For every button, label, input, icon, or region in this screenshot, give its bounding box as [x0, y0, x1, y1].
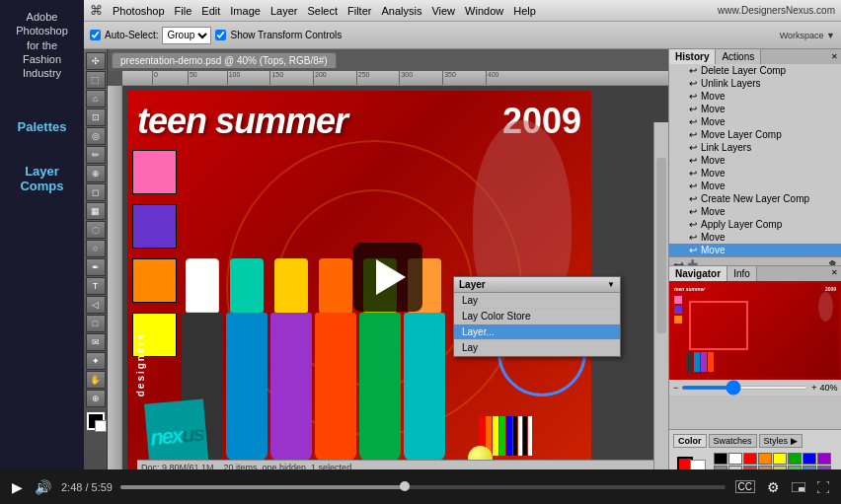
- zoom-in-icon[interactable]: +: [811, 383, 816, 393]
- menu-layer[interactable]: Layer: [270, 5, 298, 17]
- history-item-3[interactable]: ↩Move: [669, 103, 841, 115]
- history-item-11[interactable]: ↩Move: [669, 205, 841, 218]
- menu-select[interactable]: Select: [307, 5, 338, 17]
- history-item-6[interactable]: ↩Link Layers: [669, 141, 841, 154]
- swatch-orange2[interactable]: [758, 453, 772, 465]
- group-select[interactable]: Group: [162, 27, 211, 44]
- tab-info[interactable]: Info: [727, 266, 757, 281]
- tool-pen[interactable]: ✒: [86, 258, 106, 276]
- tool-eraser[interactable]: ◻: [86, 183, 106, 201]
- menu-analysis[interactable]: Analysis: [381, 5, 421, 17]
- video-controls-bar: ▶ 🔊 2:48 / 5:59 CC ⚙: [0, 469, 841, 504]
- apple-menu[interactable]: ⌘: [90, 3, 103, 18]
- tool-move[interactable]: ✣: [86, 52, 106, 70]
- ruler-vertical: [108, 86, 122, 489]
- play-pause-button[interactable]: ▶: [10, 479, 25, 495]
- tool-lasso[interactable]: ⌂: [86, 90, 106, 108]
- history-list: ↩Delete Layer Comp ↩Unlink Layers ↩Move …: [669, 64, 841, 256]
- history-item-7[interactable]: ↩Move: [669, 154, 841, 167]
- swatch-yellow2[interactable]: [773, 453, 787, 465]
- menu-help[interactable]: Help: [513, 5, 536, 17]
- navigator-thumbnail: teen summer 2009: [669, 281, 841, 380]
- fullscreen-button[interactable]: [815, 481, 831, 493]
- auto-select-checkbox[interactable]: [90, 30, 101, 40]
- history-item-2[interactable]: ↩Move: [669, 90, 841, 103]
- cc-button[interactable]: CC: [733, 480, 757, 493]
- swatch-black[interactable]: [714, 453, 727, 465]
- zoom-out-icon[interactable]: −: [673, 383, 678, 393]
- document-tab[interactable]: presentation-demo.psd @ 40% (Tops, RGB/8…: [112, 52, 337, 68]
- transform-label: Show Transform Controls: [230, 30, 342, 40]
- tool-path-select[interactable]: ◁: [86, 296, 106, 314]
- history-item-14[interactable]: ↩Move: [669, 244, 841, 256]
- tool-select[interactable]: ⬚: [86, 71, 106, 89]
- history-item-1[interactable]: ↩Unlink Layers: [669, 77, 841, 90]
- color-panel-tabs: Color Swatches Styles ▶: [673, 434, 837, 448]
- foreground-color[interactable]: [87, 412, 105, 430]
- tool-shape[interactable]: □: [86, 315, 106, 332]
- history-panel-close[interactable]: ✕: [831, 52, 838, 61]
- popup-item-1[interactable]: Lay Color Store: [454, 309, 620, 324]
- volume-button[interactable]: 🔊: [33, 479, 53, 495]
- history-item-0[interactable]: ↩Delete Layer Comp: [669, 64, 841, 77]
- tool-zoom[interactable]: ⊕: [86, 390, 106, 407]
- menu-photoshop[interactable]: Photoshop: [113, 5, 165, 17]
- tool-spot-heal[interactable]: ◎: [86, 127, 106, 145]
- tool-crop[interactable]: ⊡: [86, 108, 106, 126]
- history-item-5[interactable]: ↩Move Layer Comp: [669, 128, 841, 141]
- tool-type[interactable]: T: [86, 277, 106, 295]
- popup-item-2[interactable]: Layer...: [454, 324, 620, 340]
- vertical-scrollbar[interactable]: [653, 122, 668, 474]
- tool-eyedropper[interactable]: ✦: [86, 352, 106, 370]
- transform-checkbox[interactable]: [215, 30, 226, 40]
- tab-styles[interactable]: Styles ▶: [759, 434, 803, 448]
- pip-button[interactable]: [790, 482, 807, 492]
- progress-bar[interactable]: [120, 485, 726, 489]
- tab-navigator[interactable]: Navigator: [669, 266, 727, 281]
- history-delete-btn[interactable]: 🗑: [828, 259, 837, 266]
- workspace-selector[interactable]: Workspace ▼: [780, 31, 835, 40]
- sidebar-layer-comps[interactable]: Layer Comps: [5, 164, 79, 193]
- history-snapshot-btn[interactable]: 📷: [673, 259, 684, 266]
- navigator-panel: Navigator Info ✕ teen summer 2009: [669, 266, 841, 429]
- tool-dodge[interactable]: ○: [86, 240, 106, 257]
- tool-note[interactable]: ✉: [86, 333, 106, 351]
- history-item-9[interactable]: ↩Move: [669, 180, 841, 192]
- swatch-red[interactable]: [743, 453, 757, 465]
- swatch-white[interactable]: [728, 453, 742, 465]
- history-item-8[interactable]: ↩Move: [669, 167, 841, 180]
- menu-image[interactable]: Image: [230, 5, 261, 17]
- menu-filter[interactable]: Filter: [347, 5, 371, 17]
- tool-hand[interactable]: ✋: [86, 371, 106, 389]
- settings-button[interactable]: ⚙: [765, 479, 782, 495]
- tab-history[interactable]: History: [669, 49, 716, 64]
- video-play-button[interactable]: [353, 243, 422, 312]
- history-item-13[interactable]: ↩Move: [669, 231, 841, 244]
- menu-window[interactable]: Window: [465, 5, 503, 17]
- swatch-green[interactable]: [788, 453, 802, 465]
- swatch-violet[interactable]: [817, 453, 831, 465]
- tab-actions[interactable]: Actions: [716, 49, 761, 64]
- tool-brush[interactable]: ✏: [86, 146, 106, 164]
- zoom-slider[interactable]: [681, 386, 808, 390]
- tool-clone[interactable]: ⊕: [86, 165, 106, 182]
- tab-swatches[interactable]: Swatches: [709, 434, 757, 448]
- sidebar-palettes[interactable]: Palettes: [18, 119, 67, 134]
- menu-file[interactable]: File: [175, 5, 192, 17]
- history-new-btn[interactable]: ➕: [687, 259, 698, 266]
- history-item-12[interactable]: ↩Apply Layer Comp: [669, 218, 841, 231]
- tool-blur[interactable]: ◌: [86, 221, 106, 239]
- navigator-close[interactable]: ✕: [831, 268, 838, 277]
- swatch-orange: [132, 258, 177, 303]
- swatch-pink: [132, 150, 177, 194]
- menu-view[interactable]: View: [431, 5, 455, 17]
- menu-edit[interactable]: Edit: [201, 5, 220, 17]
- popup-item-0[interactable]: Lay: [454, 293, 620, 309]
- history-item-4[interactable]: ↩Move: [669, 115, 841, 128]
- tool-gradient[interactable]: ▦: [86, 202, 106, 220]
- history-item-10[interactable]: ↩Create New Layer Comp: [669, 192, 841, 205]
- toolbar: Auto-Select: Group Show Transform Contro…: [84, 22, 841, 49]
- swatch-blue[interactable]: [803, 453, 816, 465]
- popup-item-3[interactable]: Lay: [454, 340, 620, 356]
- tab-color[interactable]: Color: [673, 434, 707, 448]
